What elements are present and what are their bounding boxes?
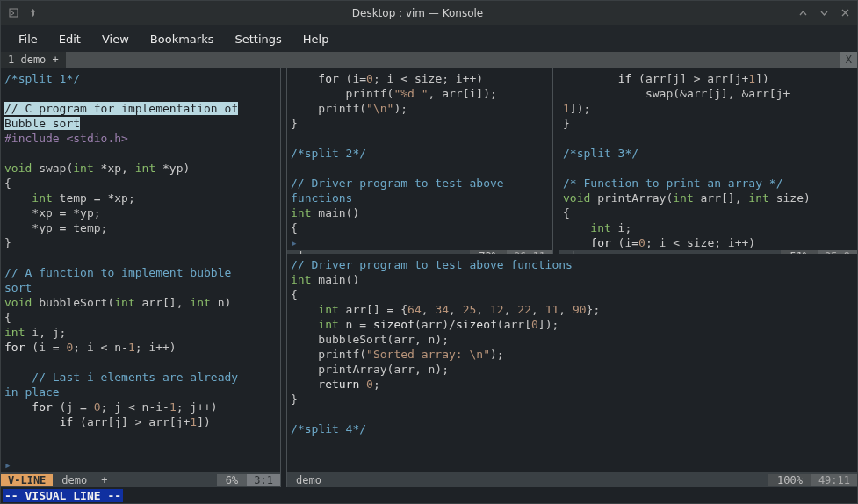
menu-view[interactable]: View <box>102 32 129 46</box>
vertical-split-2[interactable] <box>552 68 559 254</box>
vertical-split-1[interactable] <box>280 68 287 487</box>
code-pane-2[interactable]: for (i=0; i < size; i++) printf("%d ", a… <box>287 68 552 235</box>
code-pane-1[interactable]: /*split 1*/ // C program for implementat… <box>1 68 280 457</box>
status-mod: + <box>96 474 112 486</box>
maximize-icon[interactable] <box>818 8 829 18</box>
pin-icon[interactable] <box>27 8 38 18</box>
window-title: Desktop : vim — Konsole <box>38 7 797 19</box>
statusline-4: demo 100% 49:11 <box>287 472 857 487</box>
minimize-icon[interactable] <box>797 8 808 18</box>
editor-area: /*split 1*/ // C program for implementat… <box>1 68 857 487</box>
code-pane-4[interactable]: // Driver program to test above function… <box>287 254 857 472</box>
eof-indicator: ▸ <box>1 457 280 472</box>
menu-help[interactable]: Help <box>303 32 329 46</box>
status-pct: 100% <box>768 474 811 486</box>
mode-indicator: -- VISUAL LINE -- <box>3 489 123 502</box>
pane-bottom[interactable]: // Driver program to test above function… <box>287 254 857 487</box>
status-pct: 6% <box>217 474 247 486</box>
pane-left[interactable]: /*split 1*/ // C program for implementat… <box>1 68 280 487</box>
menu-file[interactable]: File <box>18 32 38 46</box>
title-bar: Desktop : vim — Konsole <box>1 1 857 25</box>
tab-bar: 1 demo + X <box>1 52 857 68</box>
tab-close[interactable]: X <box>840 52 857 68</box>
menu-settings[interactable]: Settings <box>234 32 281 46</box>
code-pane-3[interactable]: if (arr[j] > arr[j+1]) swap(&arr[j], &ar… <box>559 68 857 250</box>
pane-top-middle[interactable]: for (i=0; i < size; i++) printf("%d ", a… <box>287 68 552 254</box>
statusline-1: V-LINE demo + 6% 3:1 <box>1 472 280 487</box>
status-file: demo <box>53 474 96 486</box>
pane-top-right[interactable]: if (arr[j] > arr[j+1]) swap(&arr[j], &ar… <box>559 68 857 254</box>
eof-indicator: ▸ <box>287 235 552 250</box>
menu-edit[interactable]: Edit <box>59 32 81 46</box>
tab-1[interactable]: 1 demo + <box>1 52 66 68</box>
menu-bar: File Edit View Bookmarks Settings Help <box>1 25 857 52</box>
status-pos: 49:11 <box>811 474 857 486</box>
status-mode: V-LINE <box>1 474 53 486</box>
app-menu-icon[interactable] <box>8 8 18 18</box>
menu-bookmarks[interactable]: Bookmarks <box>150 32 214 46</box>
status-pos: 3:1 <box>247 474 280 486</box>
command-line[interactable]: -- VISUAL LINE -- <box>1 487 857 503</box>
status-file: demo <box>287 474 330 486</box>
close-icon[interactable] <box>840 8 850 18</box>
